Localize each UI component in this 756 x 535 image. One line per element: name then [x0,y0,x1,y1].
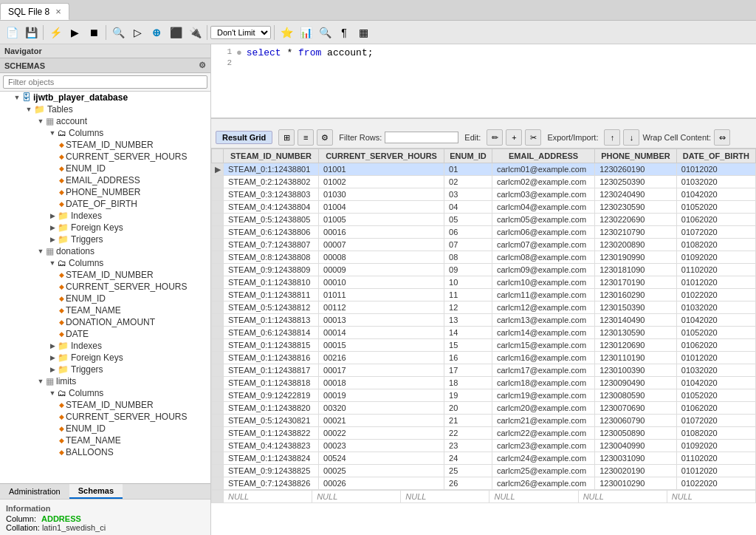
reconnect-button[interactable]: 🔌 [186,24,204,41]
table-row[interactable]: STEAM_0:1:124388220002222carlcm22@exampl… [212,427,756,440]
col-current-server-hours[interactable]: ◆ CURRENT_SERVER_HOURS [0,151,210,163]
d-col-donation[interactable]: ◆ DONATION_AMOUNT [0,316,210,328]
edit-btn-3[interactable]: ✂ [525,129,541,146]
table-row[interactable]: STEAM_0:2:124388020100202carlcm02@exampl… [212,176,756,188]
donations-columns-folder[interactable]: ▼ 🗂 Columns [0,257,210,269]
account-triggers-folder[interactable]: ▶ 📁 Triggers [0,234,210,245]
table-row[interactable]: STEAM_0:7:124388260002626carlcm26@exampl… [212,477,756,490]
table-row[interactable]: ▶STEAM_0:1:124388010100101carlcm01@examp… [212,163,756,176]
sql-editor[interactable]: 1 ● select * from account; 2 [211,44,756,118]
l-col-balloons[interactable]: ◆ BALLOONS [0,446,210,458]
donations-table-node[interactable]: ▼ ▦ donations [0,245,210,257]
h-scrollbar[interactable] [211,118,756,127]
table-row[interactable]: STEAM_0:3:124388030103003carlcm03@exampl… [212,188,756,201]
row-limit-dropdown[interactable]: Don't Limit [210,26,271,39]
result-grid-label[interactable]: Result Grid [216,131,272,144]
schemas-settings-icon[interactable]: ⚙ [199,61,206,70]
l-col-enum[interactable]: ◆ ENUM_ID [0,423,210,435]
account-indexes-folder[interactable]: ▶ 📁 Indexes [0,210,210,222]
wrap-btn[interactable]: ⇔ [714,129,730,146]
filter-rows-input[interactable] [385,132,458,143]
table-row[interactable]: STEAM_0:9:124388250002525carlcm25@exampl… [212,465,756,477]
donations-triggers-folder[interactable]: ▶ 📁 Triggers [0,364,210,375]
d-col-date[interactable]: ◆ DATE [0,328,210,340]
sql-table-ref: account; [327,47,373,58]
table-row[interactable]: STEAM_0:1:124388160021616carlcm16@exampl… [212,352,756,364]
table-row[interactable]: STEAM_0:1:124388240052424carlcm24@exampl… [212,452,756,465]
table-row[interactable]: STEAM_0:5:124388050100505carlcm05@exampl… [212,214,756,226]
stop-script-button[interactable]: ⬛ [167,24,185,41]
bookmark-button[interactable]: ⭐ [278,24,295,41]
execute-button[interactable]: ⚡ [47,24,64,41]
table-row[interactable]: STEAM_0:5:124308210002121carlcm21@exampl… [212,415,756,427]
table-row[interactable]: STEAM_0:6:124388140001414carlcm14@exampl… [212,327,756,339]
edit-btn-2[interactable]: + [506,129,522,146]
format-button[interactable]: ¶ [335,24,353,41]
administration-tab-btn[interactable]: Administration [0,484,69,499]
col-email[interactable]: ◆ EMAIL_ADDRESS [0,174,210,186]
table-row[interactable]: STEAM_0:6:124388060001606carlcm06@exampl… [212,226,756,239]
col-header-steam-id[interactable]: STEAM_ID_NUMBER [224,149,319,163]
table-row[interactable]: STEAM_0:1:124388100001010carlcm10@exampl… [212,276,756,289]
d-col-steam[interactable]: ◆ STEAM_ID_NUMBER [0,269,210,281]
new-file-button[interactable]: 📄 [3,24,21,41]
table-row[interactable]: STEAM_0:5:124388120011212carlcm12@exampl… [212,301,756,314]
col-header-email[interactable]: EMAIL_ADDRESS [492,149,594,163]
close-icon[interactable]: × [55,6,61,17]
col-header-dob[interactable]: DATE_OF_BIRTH [676,149,755,163]
l-col-hours[interactable]: ◆ CURRENT_SERVER_HOURS [0,411,210,423]
account-table-icon: ▦ [46,116,54,126]
d-col-hours[interactable]: ◆ CURRENT_SERVER_HOURS [0,281,210,293]
schemas-tab-btn[interactable]: Schemas [69,484,123,499]
stop-button[interactable]: ⏹ [85,24,103,41]
donations-fk-folder[interactable]: ▶ 📁 Foreign Keys [0,352,210,364]
form-view-btn[interactable]: ≡ [298,129,314,146]
col-header-phone[interactable]: PHONE_NUMBER [595,149,677,163]
col-enum-id[interactable]: ◆ ENUM_ID [0,163,210,174]
table-row[interactable]: STEAM_0:7:124388070000707carlcm07@exampl… [212,239,756,251]
tables-folder[interactable]: ▼ 📁 Tables [0,103,210,115]
l-col-steam[interactable]: ◆ STEAM_ID_NUMBER [0,399,210,411]
l-col-team[interactable]: ◆ TEAM_NAME [0,435,210,446]
table-row[interactable]: STEAM_0:1:124388180001818carlcm18@exampl… [212,377,756,389]
help-button[interactable]: ▦ [354,24,372,41]
account-table-node[interactable]: ▼ ▦ account [0,115,210,127]
save-button[interactable]: 💾 [22,24,40,41]
col-phone[interactable]: ◆ PHONE_NUMBER [0,186,210,198]
d-col-team[interactable]: ◆ TEAM_NAME [0,304,210,316]
table-row[interactable]: STEAM_0:1:124388170001717carlcm17@exampl… [212,364,756,377]
table-row[interactable]: STEAM_0:9:124388090000909carlcm09@exampl… [212,264,756,276]
grid-view-btn[interactable]: ⊞ [278,129,295,146]
limits-columns-folder[interactable]: ▼ 🗂 Columns [0,387,210,399]
run-button[interactable]: ▷ [128,24,146,41]
table-row[interactable]: STEAM_0:1:124388110101111carlcm11@exampl… [212,289,756,301]
col-steam-id[interactable]: ◆ STEAM_ID_NUMBER [0,139,210,151]
execute-current-button[interactable]: ▶ [66,24,83,41]
table-row[interactable]: STEAM_0:9:124228190001919carlcm19@exampl… [212,389,756,402]
export-btn[interactable]: ↑ [604,129,620,146]
db-node[interactable]: ▼ 🗄 ijwtb_player_database [0,92,210,103]
edit-btn-1[interactable]: ✏ [487,129,503,146]
account-columns-folder[interactable]: ▼ 🗂 Columns [0,127,210,139]
table-row[interactable]: STEAM_0:1:124388200032020carlcm20@exampl… [212,402,756,415]
col-dob[interactable]: ◆ DATE_OF_BIRTH [0,198,210,210]
explain-button[interactable]: 🔍 [109,24,127,41]
col-header-hours[interactable]: CURRENT_SERVER_HOURS [319,149,444,163]
account-fk-folder[interactable]: ▶ 📁 Foreign Keys [0,222,210,234]
table-row[interactable]: STEAM_0:4:124388040100404carlcm04@exampl… [212,201,756,214]
field-types-btn[interactable]: ⚙ [317,129,333,146]
sql-file-tab[interactable]: SQL File 8 × [0,3,69,20]
import-btn[interactable]: ↓ [623,129,639,146]
table-row[interactable]: STEAM_0:1:124388150001515carlcm15@exampl… [212,339,756,352]
donations-indexes-folder[interactable]: ▶ 📁 Indexes [0,340,210,352]
profile-button[interactable]: 📊 [297,24,315,41]
limits-table-node[interactable]: ▼ ▦ limits [0,375,210,387]
search-button[interactable]: 🔍 [316,24,334,41]
filter-objects-input[interactable] [3,75,207,89]
col-header-enum[interactable]: ENUM_ID [444,149,492,163]
table-row[interactable]: STEAM_0:4:124388230002323carlcm23@exampl… [212,440,756,452]
d-col-enum[interactable]: ◆ ENUM_ID [0,293,210,304]
table-row[interactable]: STEAM_0:1:124388130001313carlcm13@exampl… [212,314,756,327]
refresh-button[interactable]: ⊕ [148,24,165,41]
table-row[interactable]: STEAM_0:8:124388080000808carlcm08@exampl… [212,251,756,264]
